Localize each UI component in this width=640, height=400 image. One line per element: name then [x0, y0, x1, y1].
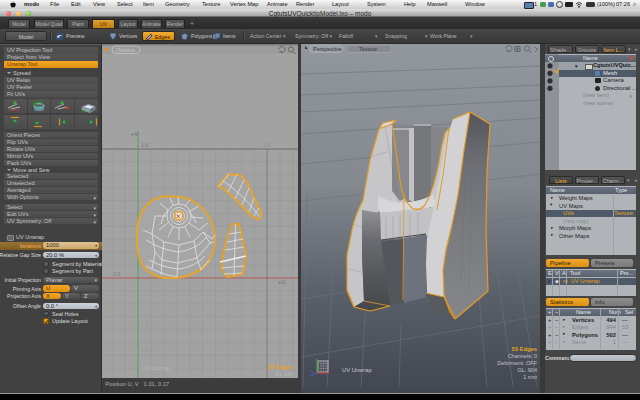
svg-text:GL 904: GL 904: [275, 371, 293, 377]
svg-text:1.0: 1.0: [141, 142, 148, 148]
svg-text:Perspective: Perspective: [313, 46, 342, 52]
svg-text:+U: +U: [278, 279, 285, 285]
svg-text:UV Unwrap: UV Unwrap: [142, 365, 170, 371]
svg-text:53 Edges: 53 Edges: [512, 346, 537, 352]
svg-text:+V: +V: [131, 131, 138, 137]
svg-text:53 Edges: 53 Edges: [268, 364, 293, 370]
svg-text:1 mm: 1 mm: [523, 374, 537, 380]
svg-text:Texture: Texture: [359, 46, 377, 52]
svg-text:1.0: 1.0: [141, 347, 148, 353]
svg-text:Deformers: OFF: Deformers: OFF: [497, 360, 537, 366]
svg-text:GL: 904: GL: 904: [517, 367, 537, 373]
svg-text:UV Unwrap: UV Unwrap: [342, 367, 372, 373]
svg-text:Channels: 0: Channels: 0: [508, 353, 537, 359]
svg-text:0.5: 0.5: [141, 322, 148, 328]
svg-text:0.0: 0.0: [113, 271, 120, 277]
svg-text:Options: Options: [116, 47, 135, 53]
svg-text:1.0: 1.0: [263, 142, 270, 148]
